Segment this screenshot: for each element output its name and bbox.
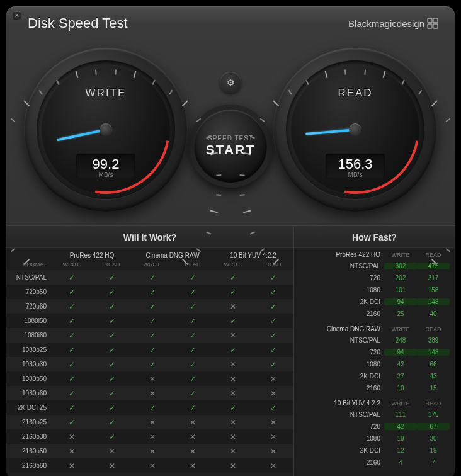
write-speed: 94	[384, 298, 417, 305]
close-button[interactable]: ✕	[13, 11, 21, 20]
write-speed: 101	[384, 286, 417, 293]
speed-row: 2K DCI1219	[294, 445, 455, 456]
table-row: 2K DCI 25✓✓✓✓✓✓	[6, 400, 293, 415]
codec-col: 10 Bit YUV 4:2:2	[213, 252, 293, 259]
check-icon: ✓	[173, 375, 213, 383]
speed-row: 720202317	[294, 272, 455, 284]
check-icon: ✓	[52, 375, 92, 383]
check-icon: ✓	[173, 346, 213, 354]
check-icon: ✓	[173, 360, 213, 369]
format-cell: 720p50	[6, 288, 52, 295]
needle-cap	[100, 123, 112, 136]
resolution-cell: 1080	[299, 435, 384, 442]
will-it-work-panel: Will It Work? ProRes 422 HQ Cinema DNG R…	[6, 226, 294, 476]
column-label: WRITE	[384, 252, 417, 258]
read-speed: 317	[417, 275, 450, 281]
check-icon: ✓	[92, 346, 132, 354]
speed-row: 10804266	[294, 358, 455, 370]
check-icon: ✓	[92, 433, 132, 441]
write-value-display: 99.2 MB/s	[76, 154, 135, 179]
format-cell: 1080p25	[6, 346, 52, 353]
table-row: 1080i60✓✓✓✓✕✓	[6, 328, 293, 343]
check-icon: ✓	[213, 346, 253, 354]
check-icon: ✓	[52, 302, 92, 311]
how-fast-title: How Fast?	[294, 226, 455, 248]
start-button[interactable]: SPEED TEST START	[189, 105, 272, 188]
cross-icon: ✕	[52, 433, 92, 441]
speed-row: 2K DCI2743	[294, 370, 455, 382]
group-header: Cinema DNG RAWWRITEREAD	[294, 322, 455, 334]
write-speed: 111	[384, 411, 417, 418]
check-icon: ✓	[173, 302, 213, 311]
resolution-cell: NTSC/PAL	[299, 263, 384, 269]
svg-rect-3	[433, 24, 438, 28]
check-icon: ✓	[253, 346, 293, 354]
start-main-label: START	[206, 142, 255, 157]
check-icon: ✓	[173, 389, 213, 398]
cross-icon: ✕	[173, 433, 213, 441]
table-row: 2160p60✕✕✕✕✕✕	[6, 458, 293, 473]
check-icon: ✓	[132, 273, 173, 282]
speed-row: NTSC/PAL302475	[294, 260, 455, 272]
check-icon: ✓	[52, 273, 92, 282]
check-icon: ✓	[132, 302, 173, 311]
cross-icon: ✕	[213, 360, 253, 369]
speed-row: 72094148	[294, 346, 455, 358]
app-window: ✕ Disk Speed Test Blackmagicdesign WRITE…	[6, 6, 455, 476]
check-icon: ✓	[132, 404, 173, 412]
format-cell: 720p60	[6, 303, 52, 310]
format-cell: 1080p30	[6, 361, 52, 368]
cross-icon: ✕	[132, 389, 173, 398]
codec-col: ProRes 422 HQ	[52, 252, 132, 259]
cross-icon: ✕	[92, 462, 132, 470]
will-it-work-title: Will It Work?	[6, 226, 293, 248]
cross-icon: ✕	[253, 418, 293, 427]
cross-icon: ✕	[213, 389, 253, 398]
brand-logo: Blackmagicdesign	[348, 18, 438, 29]
cross-icon: ✕	[213, 462, 253, 470]
table-row: 720p50✓✓✓✓✓✓	[6, 285, 293, 299]
resolution-cell: 2160	[299, 310, 384, 317]
table-row: 2160p50✕✕✕✕✕✕	[6, 444, 293, 458]
write-speed: 4	[384, 459, 417, 466]
codec-group: 10 Bit YUV 4:2:2WRITEREADNTSC/PAL1111757…	[294, 397, 455, 471]
cross-icon: ✕	[132, 447, 173, 456]
codec-name: 10 Bit YUV 4:2:2	[299, 400, 384, 407]
settings-button[interactable]: ⚙	[220, 72, 241, 93]
resolution-cell: NTSC/PAL	[299, 337, 384, 344]
check-icon: ✓	[253, 273, 293, 282]
cross-icon: ✕	[132, 462, 173, 470]
resolution-cell: 2K DCI	[299, 447, 384, 454]
check-icon: ✓	[92, 375, 132, 383]
check-icon: ✓	[52, 360, 92, 369]
cross-icon: ✕	[52, 462, 92, 470]
center-controls: ⚙ SPEED TEST START	[189, 72, 272, 188]
header: Disk Speed Test Blackmagicdesign	[6, 6, 455, 37]
svg-rect-0	[428, 18, 432, 23]
resolution-cell: 1080	[299, 361, 384, 368]
write-speed: 25	[384, 310, 417, 317]
speed-row: 1080101158	[294, 284, 455, 296]
gear-icon: ⚙	[227, 77, 235, 88]
codec-header: ProRes 422 HQ Cinema DNG RAW 10 Bit YUV …	[6, 248, 293, 261]
cross-icon: ✕	[213, 447, 253, 456]
read-speed: 15	[417, 385, 450, 392]
cross-icon: ✕	[213, 302, 253, 311]
check-icon: ✓	[213, 404, 253, 412]
check-icon: ✓	[52, 389, 92, 398]
column-label: READ	[417, 400, 450, 407]
read-speed: 148	[417, 298, 450, 305]
read-speed: 389	[417, 337, 450, 344]
cross-icon: ✕	[213, 375, 253, 383]
start-top-label: SPEED TEST	[208, 135, 253, 142]
check-icon: ✓	[92, 288, 132, 297]
table-row: NTSC/PAL✓✓✓✓✓✓	[6, 270, 293, 285]
cross-icon: ✕	[253, 447, 293, 456]
check-icon: ✓	[253, 288, 293, 297]
resolution-cell: 720	[299, 423, 384, 430]
check-icon: ✓	[132, 360, 173, 369]
brand-text: Blackmagicdesign	[348, 18, 424, 29]
column-label: READ	[417, 326, 450, 332]
check-icon: ✓	[92, 360, 132, 369]
write-speed: 27	[384, 373, 417, 380]
